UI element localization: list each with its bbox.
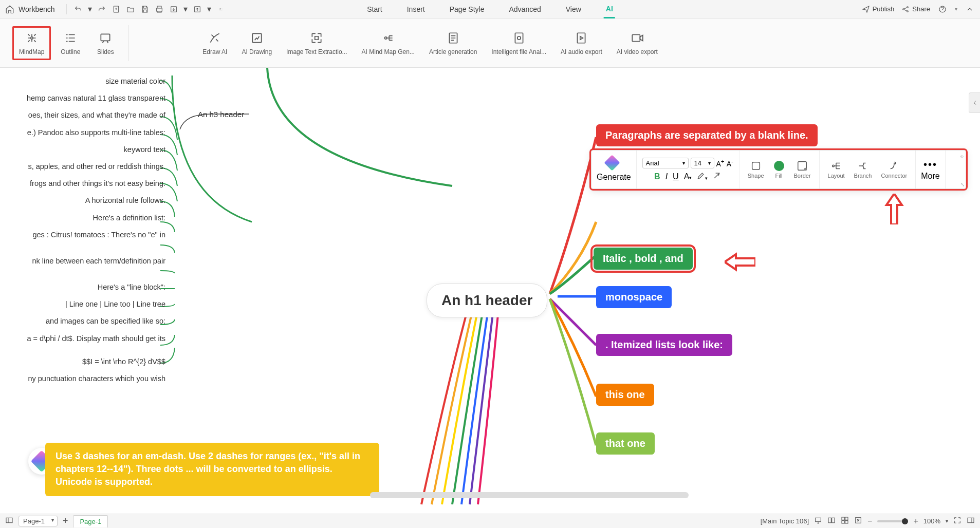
- text-fragment: frogs and other things it's not easy bei…: [0, 175, 170, 192]
- ribbon: MindMap Outline Slides Edraw AI AI Drawi…: [0, 18, 980, 68]
- ai-video-icon: [630, 31, 644, 45]
- underline-button[interactable]: U: [673, 172, 679, 181]
- tab-ai[interactable]: AI: [604, 1, 615, 18]
- collapse-ribbon-icon[interactable]: [965, 4, 975, 14]
- bold-button[interactable]: B: [654, 172, 660, 181]
- image-text-extract-button[interactable]: Image Text Extractio...: [281, 28, 353, 59]
- new-file-icon[interactable]: [111, 4, 121, 14]
- text-fragment: Here's a definition list:: [0, 210, 170, 227]
- font-color-button[interactable]: A▾: [684, 172, 692, 181]
- node-paragraphs[interactable]: Paragraphs are separated by a blank line…: [596, 124, 818, 146]
- export-dropdown-icon[interactable]: ▾: [183, 4, 188, 14]
- svg-point-5: [907, 10, 909, 12]
- home-icon[interactable]: [5, 5, 14, 14]
- zoom-out-button[interactable]: −: [867, 517, 872, 526]
- undo-dropdown-icon[interactable]: ▾: [87, 4, 93, 14]
- grid-view-icon[interactable]: [841, 516, 849, 526]
- h3-header-node[interactable]: An h3 header: [198, 110, 244, 119]
- text-fragment: hemp canvas natural 11 glass transparent: [0, 90, 170, 107]
- border-button[interactable]: Border: [791, 159, 814, 180]
- text-fragment: $$I = \int \rho R^{2} dV$$: [0, 353, 170, 370]
- zoom-level[interactable]: 100%: [923, 517, 940, 525]
- import-icon[interactable]: [192, 4, 202, 14]
- tab-page-style[interactable]: Page Style: [448, 1, 487, 17]
- decrease-font-icon[interactable]: A-: [727, 158, 733, 168]
- increase-font-icon[interactable]: A+: [716, 158, 725, 168]
- panel-toggle-icon[interactable]: [967, 516, 975, 526]
- divider: [66, 4, 67, 14]
- page-select[interactable]: Page-1▾: [19, 516, 58, 526]
- node-italic-bold[interactable]: Italic , bold , and: [594, 248, 693, 270]
- tab-start[interactable]: Start: [365, 1, 384, 17]
- bottom-right: [Main Topic 106] − + 100%▾: [761, 516, 975, 526]
- side-panel-toggle[interactable]: [969, 92, 980, 113]
- fit-view-icon[interactable]: [854, 516, 862, 526]
- fullscreen-icon[interactable]: [953, 516, 961, 526]
- page-tab-1[interactable]: Page-1: [73, 515, 108, 527]
- node-tip-yellow[interactable]: Use 3 dashes for an em-dash. Use 2 dashe…: [45, 443, 379, 496]
- tab-advanced[interactable]: Advanced: [507, 1, 543, 17]
- zoom-in-button[interactable]: +: [913, 517, 918, 526]
- slides-view-button[interactable]: Slides: [90, 26, 121, 60]
- font-family-select[interactable]: Arial▾: [642, 158, 689, 168]
- help-dropdown-icon[interactable]: ▾: [955, 6, 957, 12]
- article-gen-button[interactable]: Article generation: [424, 28, 482, 59]
- svg-rect-22: [842, 517, 844, 520]
- ai-drawing-button[interactable]: AI Drawing: [236, 28, 277, 59]
- layout-button[interactable]: Layout: [825, 159, 848, 180]
- horizontal-scrollbar[interactable]: [370, 492, 689, 498]
- tab-insert[interactable]: Insert: [405, 1, 427, 17]
- connector-button[interactable]: Connector: [878, 159, 910, 180]
- text-fragment: ges : Citrus! tomatoes : There's no "e" …: [0, 227, 170, 243]
- clear-format-button[interactable]: [713, 172, 721, 182]
- connector-icon: [889, 160, 900, 172]
- node-that-one[interactable]: that one: [596, 432, 655, 455]
- ai-video-export-button[interactable]: AI video export: [612, 28, 663, 59]
- highlight-button[interactable]: ▾: [697, 172, 708, 182]
- mindmap-view-button[interactable]: MindMap: [12, 26, 51, 60]
- arrow-annotation-node: [725, 252, 755, 272]
- mindmap-icon: [25, 31, 39, 45]
- presentation-icon[interactable]: [814, 516, 822, 526]
- svg-rect-24: [842, 521, 844, 523]
- outline-view-button[interactable]: Outline: [55, 26, 86, 60]
- branch-icon: [857, 160, 868, 172]
- tab-view[interactable]: View: [564, 1, 583, 17]
- edraw-ai-button[interactable]: Edraw AI: [197, 28, 232, 59]
- italic-button[interactable]: I: [665, 172, 668, 181]
- canvas[interactable]: size material color hemp canvas natural …: [0, 68, 980, 514]
- node-monospace[interactable]: monospace: [596, 286, 672, 308]
- reading-view-icon[interactable]: [827, 516, 836, 526]
- node-this-one[interactable]: this one: [596, 384, 654, 406]
- node-itemized[interactable]: . Itemized lists look like:: [596, 334, 732, 356]
- fill-button[interactable]: Fill: [770, 159, 788, 180]
- more-toolbar-icon[interactable]: ≈: [216, 4, 226, 14]
- branch-button[interactable]: Branch: [851, 159, 875, 180]
- ft-generate[interactable]: Generate: [591, 150, 637, 188]
- page-panel-icon[interactable]: [5, 516, 13, 526]
- add-page-icon[interactable]: +: [63, 516, 68, 526]
- zoom-slider[interactable]: [877, 520, 908, 522]
- print-icon[interactable]: [154, 4, 164, 14]
- center-node[interactable]: An h1 header: [427, 284, 547, 317]
- ai-mindmap-gen-button[interactable]: AI Mind Map Gen...: [357, 28, 420, 59]
- font-size-select[interactable]: 14▾: [691, 158, 714, 168]
- import-dropdown-icon[interactable]: ▾: [207, 4, 212, 14]
- expand-corner-icon[interactable]: ⤡: [960, 182, 965, 187]
- publish-button[interactable]: Publish: [862, 5, 895, 13]
- shape-button[interactable]: Shape: [745, 159, 767, 180]
- export-icon[interactable]: [169, 4, 179, 14]
- help-icon[interactable]: [937, 4, 948, 14]
- ai-drawing-icon: [250, 31, 264, 45]
- undo-icon[interactable]: [73, 4, 83, 14]
- text-fragment: and images can be specified like so:: [0, 313, 170, 330]
- ft-more[interactable]: ••• More: [916, 150, 945, 188]
- ai-audio-export-button[interactable]: AI audio export: [556, 28, 607, 59]
- intelligent-file-button[interactable]: Intelligent file Anal...: [486, 28, 551, 59]
- ft-layout-section: Layout Branch Connector: [820, 150, 916, 188]
- pin-icon[interactable]: ⟐: [960, 153, 964, 160]
- redo-icon[interactable]: [97, 4, 107, 14]
- save-icon[interactable]: [140, 4, 150, 14]
- open-folder-icon[interactable]: [125, 4, 136, 14]
- share-button[interactable]: Share: [901, 5, 930, 13]
